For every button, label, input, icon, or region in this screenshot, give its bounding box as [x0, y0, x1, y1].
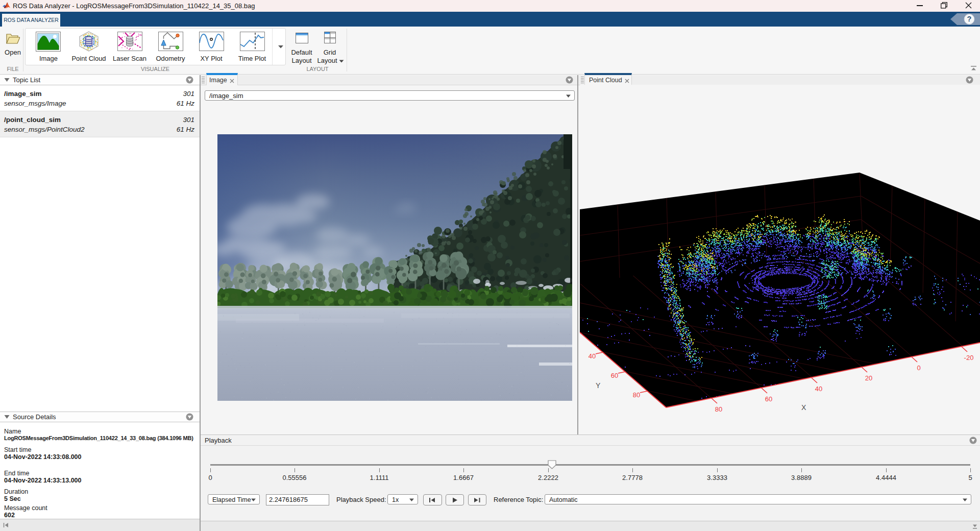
- svg-text:X: X: [801, 403, 806, 412]
- svg-text:20: 20: [865, 374, 872, 382]
- svg-text:0: 0: [917, 364, 920, 372]
- svg-text:80: 80: [715, 405, 722, 413]
- svg-text:60: 60: [611, 372, 618, 379]
- svg-text:60: 60: [765, 395, 772, 403]
- svg-text:Y: Y: [596, 381, 601, 390]
- svg-text:80: 80: [633, 391, 640, 399]
- svg-text:40: 40: [815, 385, 822, 393]
- svg-text:?: ?: [967, 15, 972, 23]
- svg-text:-20: -20: [964, 354, 974, 361]
- svg-text:40: 40: [589, 352, 596, 360]
